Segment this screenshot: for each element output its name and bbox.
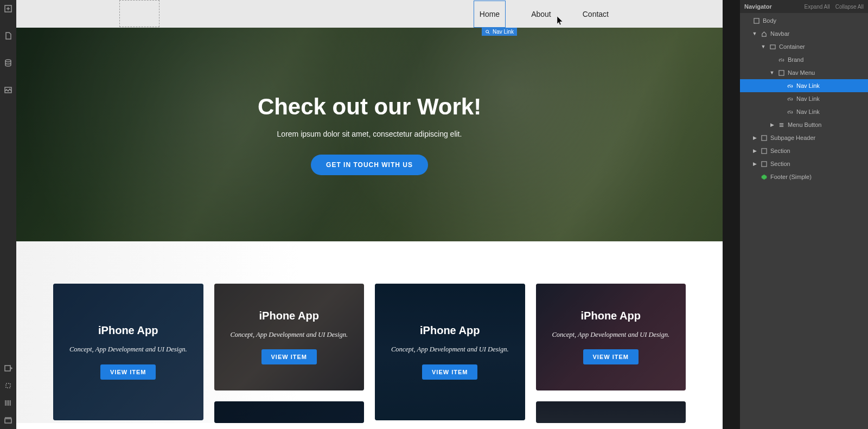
tree-row-nav-link[interactable]: Nav Link [740,105,868,118]
card-title: iPhone App [98,324,158,337]
tree-label: Nav Menu [788,69,815,76]
tree-label: Subpage Header [770,135,815,141]
portfolio-card[interactable] [536,401,686,423]
box-icon [761,148,767,154]
cursor-icon [557,16,564,26]
tree-row-section[interactable]: ▶Section [740,144,868,157]
box-icon [778,69,784,76]
svg-rect-4 [6,383,10,388]
card-desc: Concept, App Development and UI Design. [391,344,509,355]
nav-menu: Home About Contact [474,1,701,27]
tree-arrow-icon[interactable]: ▶ [752,148,757,153]
cms-icon[interactable] [3,57,14,68]
pages-icon[interactable] [3,30,14,41]
svg-rect-9 [761,135,766,140]
link-icon [787,95,793,102]
tool-b-icon[interactable] [3,380,14,391]
component-icon [761,174,767,180]
tree-row-subpage-header[interactable]: ▶Subpage Header [740,131,868,144]
tree-row-menu-button[interactable]: ▶Menu Button [740,118,868,131]
tree-row-nav-menu[interactable]: ▼Nav Menu [740,66,868,79]
tool-d-icon[interactable] [3,415,14,426]
card-cta-button[interactable]: VIEW ITEM [422,364,477,380]
tree-label: Section [770,148,790,154]
card-desc: Concept, App Development and UI Design. [230,330,348,340]
svg-rect-7 [770,44,775,48]
tree-label: Footer (Simple) [770,174,812,180]
link-icon [778,56,784,63]
navigator-title: Navigator [744,3,772,10]
tree-arrow-icon[interactable]: ▶ [752,135,757,140]
tree-label: Nav Link [796,108,820,115]
box-icon [761,161,767,167]
navigator-panel: Navigator Expand All Collapse All Body▼N… [740,0,868,429]
tree-label: Container [779,43,805,50]
tree-row-navbar[interactable]: ▼Navbar [740,27,868,40]
navigator-header: Navigator Expand All Collapse All [740,0,868,13]
portfolio-card[interactable]: iPhone AppConcept, App Development and U… [375,284,525,420]
menu-icon [778,121,784,128]
card-cta-button[interactable]: VIEW ITEM [583,349,639,364]
link-icon [787,82,793,89]
svg-rect-5 [5,419,11,423]
tree-row-footer-simple-[interactable]: Footer (Simple) [740,170,868,183]
link-icon [787,108,793,115]
collapse-all-button[interactable]: Collapse All [835,4,864,10]
portfolio-card[interactable]: iPhone AppConcept, App Development and U… [536,284,686,390]
nav-link-about[interactable]: About [526,1,557,27]
svg-rect-3 [5,366,10,371]
home-icon [761,30,767,37]
cards-section: iPhone AppConcept, App Development and U… [16,241,723,423]
tree-row-brand[interactable]: Brand [740,53,868,66]
tree-label: Body [763,17,776,24]
hero-subtitle: Lorem ipsum dolor sit amet, consectetur … [277,130,462,138]
tree-row-nav-link[interactable]: Nav Link [740,79,868,92]
tree-row-container[interactable]: ▼Container [740,40,868,53]
tree-row-nav-link[interactable]: Nav Link [740,92,868,105]
left-toolbar [0,0,16,429]
svg-rect-6 [754,18,758,23]
card-title: iPhone App [420,324,480,337]
tree-arrow-icon[interactable]: ▼ [761,44,766,49]
card-cta-button[interactable]: VIEW ITEM [261,349,317,364]
selection-tag-label: Nav Link [493,29,514,35]
container-icon [769,43,776,50]
selection-tag: Nav Link [482,28,517,36]
navigator-tree: Body▼Navbar▼ContainerBrand▼Nav MenuNav L… [740,13,868,183]
tool-c-icon[interactable] [3,398,14,408]
portfolio-card[interactable] [214,401,365,423]
assets-icon[interactable] [3,85,14,95]
nav-link-home[interactable]: Home [474,1,505,27]
svg-rect-11 [761,161,766,166]
hero-cta-button[interactable]: GET IN TOUCH WITH US [311,155,428,175]
card-title: iPhone App [581,310,641,322]
tree-label: Nav Link [796,82,820,89]
tree-label: Section [770,161,790,167]
tree-row-section[interactable]: ▶Section [740,157,868,170]
tree-arrow-icon[interactable]: ▼ [769,70,775,75]
card-cta-button[interactable]: VIEW ITEM [100,364,156,380]
card-desc: Concept, App Development and UI Design. [69,344,187,355]
design-canvas[interactable]: Home About Contact Nav Link Check out ou… [16,0,723,429]
card-title: iPhone App [259,310,319,322]
tree-label: Menu Button [788,121,821,128]
svg-point-1 [5,60,11,62]
tool-a-icon[interactable] [3,363,14,374]
tree-arrow-icon[interactable]: ▶ [769,122,775,127]
hero-section: Check out our Work! Lorem ipsum dolor si… [16,28,723,241]
nav-link-contact[interactable]: Contact [577,1,614,27]
box-icon [753,17,760,24]
portfolio-card[interactable]: iPhone AppConcept, App Development and U… [53,284,203,420]
tree-label: Nav Link [796,95,820,102]
expand-all-button[interactable]: Expand All [804,4,829,10]
tree-row-body[interactable]: Body [740,14,868,27]
tree-label: Brand [788,56,803,63]
add-icon[interactable] [3,3,14,14]
hero-title: Check out our Work! [258,94,481,120]
tree-arrow-icon[interactable]: ▼ [752,31,757,36]
brand-placeholder[interactable] [119,0,159,27]
svg-rect-8 [778,70,783,75]
card-desc: Concept, App Development and UI Design. [552,330,669,340]
portfolio-card[interactable]: iPhone AppConcept, App Development and U… [214,284,365,390]
tree-arrow-icon[interactable]: ▶ [752,161,757,167]
